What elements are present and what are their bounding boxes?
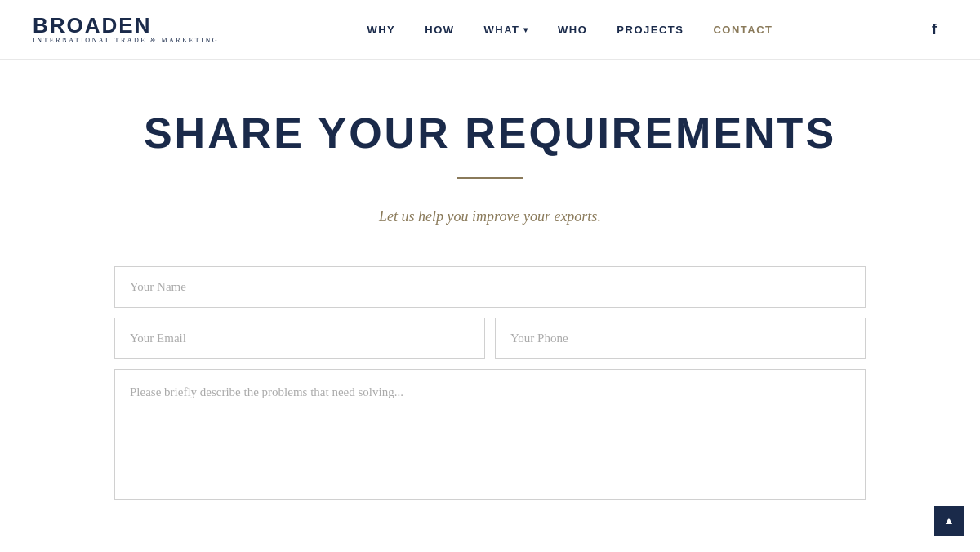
logo[interactable]: BROADEN INTERNATIONAL TRADE & MARKETING [33, 15, 219, 44]
phone-input[interactable] [495, 318, 866, 359]
nav-why[interactable]: WHY [367, 24, 395, 36]
logo-tagline: INTERNATIONAL TRADE & MARKETING [33, 38, 219, 44]
page-title: SHARE YOUR REQUIREMENTS [144, 109, 836, 158]
nav-what[interactable]: WHAT ▾ [484, 24, 529, 36]
contact-form [114, 266, 866, 500]
nav-who[interactable]: WHO [558, 24, 587, 36]
subtitle: Let us help you improve your exports. [379, 208, 601, 225]
logo-name: BROADEN [33, 15, 219, 36]
title-divider [457, 177, 523, 179]
nav-what-label: WHAT [484, 24, 520, 36]
email-input[interactable] [114, 318, 485, 359]
nav-how[interactable]: HOW [425, 24, 454, 36]
main-content: SHARE YOUR REQUIREMENTS Let us help you … [0, 60, 980, 532]
site-header: BROADEN INTERNATIONAL TRADE & MARKETING … [0, 0, 980, 60]
email-phone-row [114, 318, 866, 359]
facebook-icon[interactable]: f [921, 16, 947, 42]
chevron-down-icon: ▾ [523, 25, 529, 34]
main-nav: WHY HOW WHAT ▾ WHO PROJECTS CONTACT [367, 24, 773, 36]
nav-projects[interactable]: PROJECTS [617, 24, 684, 36]
scroll-to-top-button[interactable]: ▲ [934, 506, 964, 536]
message-textarea[interactable] [114, 369, 866, 500]
scroll-top-icon: ▲ [943, 514, 955, 528]
nav-contact[interactable]: CONTACT [713, 24, 773, 36]
name-input[interactable] [114, 266, 866, 308]
